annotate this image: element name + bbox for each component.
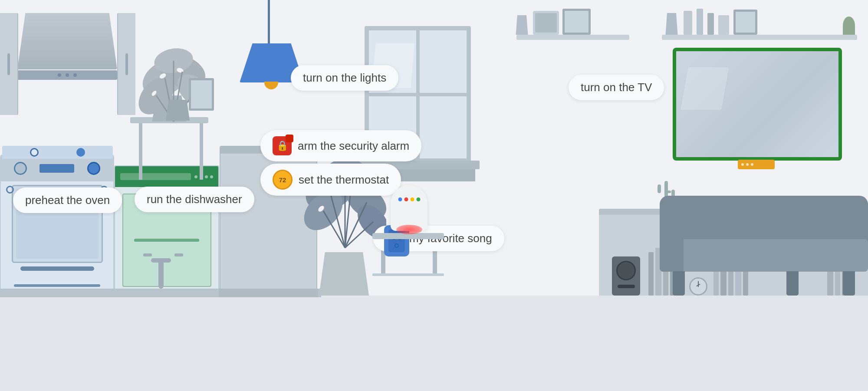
faucet-handle-r [174, 253, 183, 256]
sofa [642, 187, 868, 296]
tv[interactable] [673, 48, 842, 161]
thermostat-icon: 72 [273, 170, 293, 190]
oven-indicators [2, 146, 113, 159]
bubble-lights: turn on the lights [291, 65, 398, 91]
bubble-tv-text: turn on the TV [581, 81, 652, 94]
bubble-dishwasher: run the dishwasher [135, 187, 254, 212]
dishwasher[interactable] [114, 165, 219, 296]
plant-vase-shelf [166, 100, 190, 121]
bubble-security: 🔒 arm the security alarm [260, 130, 421, 161]
speaker [612, 256, 640, 296]
bubble-security-text: arm the security alarm [298, 139, 409, 153]
faucet [158, 260, 164, 289]
bubble-tv: turn on the TV [569, 75, 664, 100]
bubble-thermostat-text: set the thermostat [299, 173, 389, 187]
bubble-lights-text: turn on the lights [303, 71, 386, 85]
google-home [391, 185, 427, 233]
plant-pot-living [319, 252, 369, 296]
oven[interactable] [0, 154, 114, 296]
plant-shelf-leg-right [200, 123, 203, 180]
tv-screen [676, 51, 838, 157]
shelf-right-2 [516, 35, 629, 40]
shelf-left-top-items [514, 8, 625, 35]
cabinet-panel-left [0, 13, 18, 115]
bubble-oven-text: preheat the oven [25, 194, 110, 207]
shelf-right-items [664, 9, 855, 35]
frame-shelf [189, 78, 214, 111]
svg-line-32 [345, 222, 373, 248]
bubble-dishwasher-text: run the dishwasher [147, 193, 242, 206]
floor [0, 296, 868, 391]
island-countertop [219, 289, 318, 297]
faucet-handle-l [143, 253, 152, 256]
plant-shelf-leg-left [139, 123, 142, 180]
side-table-stretcher [372, 273, 444, 276]
bubble-thermostat: 72 set the thermostat [260, 164, 401, 196]
shelf-right-1 [662, 35, 857, 40]
bubble-oven: preheat the oven [13, 187, 122, 213]
faucet-spout [151, 258, 171, 263]
range-hood [17, 13, 117, 82]
tv-stand-bar [738, 160, 775, 169]
security-icon: 🔒 [273, 136, 292, 155]
